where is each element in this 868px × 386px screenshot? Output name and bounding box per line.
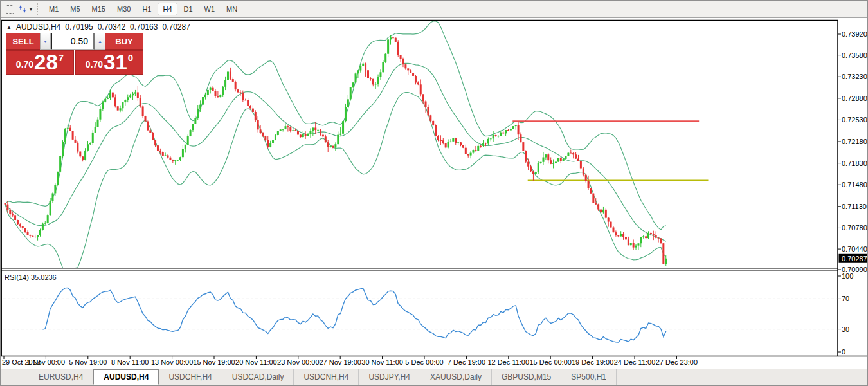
ohlc-open: 0.70195 [65,23,93,32]
one-click-trade-panel: SELL ▼ ▲ BUY 0.70 28 7 0.70 31 0 [6,33,143,75]
svg-text:0.73920: 0.73920 [842,30,867,38]
svg-text:19 Dec 19:00: 19 Dec 19:00 [572,358,613,366]
rsi-value: 35.0236 [31,273,57,281]
buy-button[interactable]: BUY [105,33,143,50]
tf-button-M30[interactable]: M30 [112,3,136,15]
tab-usdcad-daily[interactable]: USDCAD,Daily [222,369,294,385]
tf-button-M1[interactable]: M1 [44,3,64,15]
tf-button-M5[interactable]: M5 [65,3,85,15]
svg-text:20 Nov 11:00: 20 Nov 11:00 [235,358,277,366]
volume-down-button[interactable]: ▼ [40,33,51,50]
tf-button-W1[interactable]: W1 [199,3,221,15]
tf-button-H1[interactable]: H1 [137,3,156,15]
svg-text:0.70287: 0.70287 [842,255,867,262]
svg-text:30 Nov 11:00: 30 Nov 11:00 [361,358,403,366]
collapse-triangle-icon[interactable]: ▲ [6,24,12,30]
ohlc-close: 0.70287 [162,23,190,32]
date-scale[interactable]: 29 Oct 20181 Nov 00:005 Nov 19:008 Nov 1… [2,356,698,366]
svg-text:12 Dec 11:00: 12 Dec 11:00 [487,358,529,366]
tab-xauusd-daily[interactable]: XAUUSD,Daily [420,369,492,385]
buy-price-point: 0 [128,52,133,63]
horizontal-lines[interactable] [512,121,708,180]
ohlc-low: 0.70163 [130,23,158,32]
svg-text:5 Dec 00:00: 5 Dec 00:00 [405,358,443,366]
svg-text:70: 70 [842,295,849,302]
svg-text:0.73580: 0.73580 [842,51,867,59]
arrange-arrows-icon[interactable]: ▼ [19,2,34,16]
rsi-indicator-label: RSI(14) 35.0236 [5,273,57,281]
sell-price-pips: 28 [34,52,58,72]
buy-price-display[interactable]: 0.70 31 0 [75,50,143,75]
svg-text:5 Nov 19:00: 5 Nov 19:00 [69,358,107,366]
svg-text:24 Dec 11:00: 24 Dec 11:00 [614,358,656,366]
svg-text:15 Dec 00:00: 15 Dec 00:00 [529,358,571,366]
sell-price-point: 7 [59,52,64,63]
tab-eurusd-h4[interactable]: EURUSD,H4 [29,369,93,385]
svg-text:15 Nov 19:00: 15 Nov 19:00 [193,358,235,366]
svg-text:13 Nov 00:00: 13 Nov 00:00 [151,358,193,366]
dropdown-caret-icon: ▼ [28,6,33,12]
svg-text:27 Nov 19:00: 27 Nov 19:00 [319,358,361,366]
svg-text:7 Dec 19:00: 7 Dec 19:00 [448,358,485,366]
tf-button-D1[interactable]: D1 [179,3,198,15]
selection-tool-icon[interactable] [2,2,17,16]
tf-button-MN[interactable]: MN [221,3,242,15]
tab-sp500-h1[interactable]: SP500,H1 [561,369,617,385]
price-scale[interactable]: 0.739200.735800.732300.728800.725300.721… [838,30,868,273]
buy-price-pips: 31 [104,52,127,72]
svg-text:0.72530: 0.72530 [842,116,867,124]
mt4-chart-window: { "toolbar": { "timeframes": ["M1","M5",… [0,0,868,386]
rsi-pane[interactable] [3,288,838,342]
chart-tab-bar: EURUSD,H4AUDUSD,H4USDCHF,H4USDCAD,DailyU… [1,369,868,385]
ohlc-high: 0.70342 [98,23,125,32]
timeframe-group: M1M5M15M30H1H4D1W1MN [43,3,243,15]
svg-text:0: 0 [842,348,845,356]
sell-price-prefix: 0.70 [16,59,33,69]
svg-text:0.73230: 0.73230 [842,73,867,80]
sell-price-display[interactable]: 0.70 28 7 [6,50,74,75]
tf-button-H4[interactable]: H4 [158,3,177,15]
toolbar: ▼ M1M5M15M30H1H4D1W1MN [1,1,868,18]
svg-text:0.71830: 0.71830 [842,160,867,167]
svg-text:0.71130: 0.71130 [842,203,867,210]
tab-usdchf-h4[interactable]: USDCHF,H4 [159,369,222,385]
rsi-scale[interactable]: 10070300 [838,272,853,356]
svg-text:0.71480: 0.71480 [842,181,867,188]
tab-usdcnh-h4[interactable]: USDCNH,H4 [294,369,359,385]
sell-button[interactable]: SELL [6,33,40,50]
svg-text:0.70440: 0.70440 [842,245,867,253]
svg-text:30: 30 [842,326,849,333]
svg-text:27 Dec 23:00: 27 Dec 23:00 [656,358,698,366]
volume-input[interactable] [51,33,95,50]
buy-price-prefix: 0.70 [86,59,103,69]
tab-usdjpy-h4[interactable]: USDJPY,H4 [359,369,420,385]
tab-audusd-h4[interactable]: AUDUSD,H4 [93,369,159,385]
volume-up-button[interactable]: ▲ [95,33,105,50]
tf-button-M15[interactable]: M15 [87,3,111,15]
svg-text:8 Nov 11:00: 8 Nov 11:00 [111,358,149,366]
svg-text:0.70780: 0.70780 [842,224,867,232]
svg-text:0.72180: 0.72180 [842,138,867,145]
rsi-name: RSI(14) [5,273,29,281]
svg-text:100: 100 [842,272,853,280]
tab-gbpusd-m15[interactable]: GBPUSD,M15 [492,369,561,385]
toolbar-grip [37,3,39,15]
svg-text:23 Nov 00:00: 23 Nov 00:00 [277,358,319,366]
svg-text:1 Nov 00:00: 1 Nov 00:00 [27,358,65,366]
chart-header: ▲ AUDUSD,H4 0.70195 0.70342 0.70163 0.70… [6,23,190,32]
symbol-label: AUDUSD,H4 [16,23,60,32]
dashed-box-glyph [6,5,14,14]
up-down-arrows-glyph [19,5,27,14]
svg-text:0.72880: 0.72880 [842,95,867,102]
